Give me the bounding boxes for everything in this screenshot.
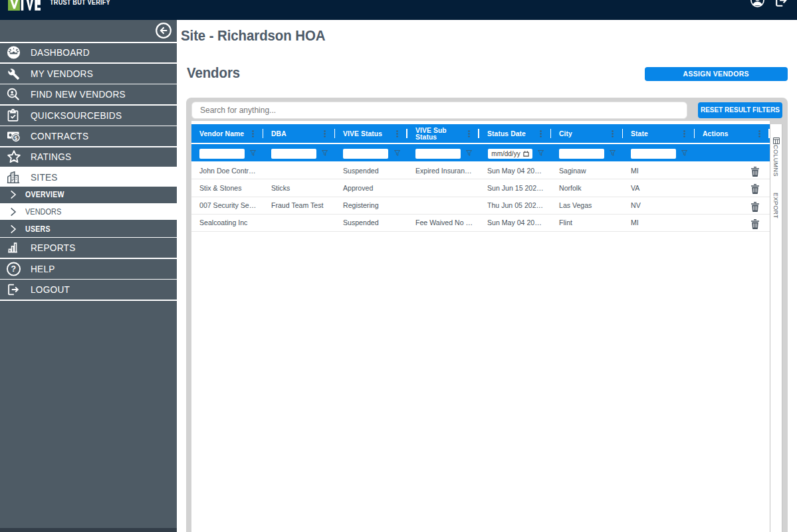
svg-text:?: ? — [11, 264, 17, 274]
svg-text:$: $ — [14, 135, 17, 141]
